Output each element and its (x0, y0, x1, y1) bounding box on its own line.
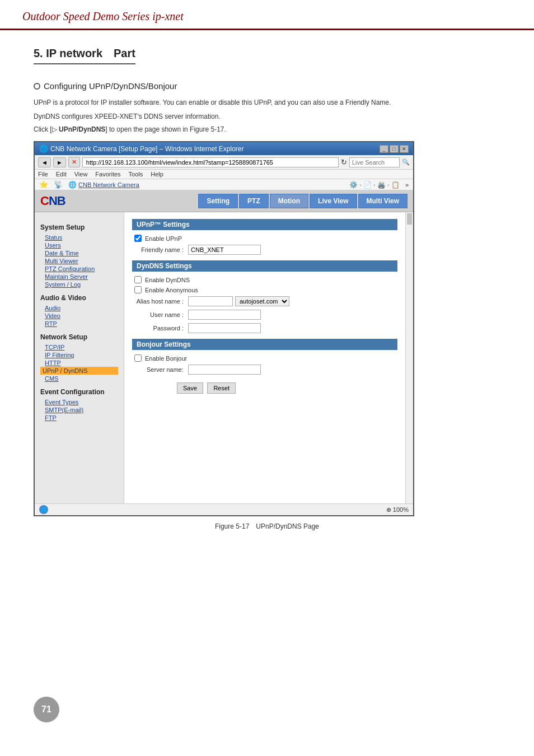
enable-anon-checkbox[interactable] (134, 286, 142, 293)
search-input[interactable] (349, 157, 400, 167)
alias-row: Alias host name : autojoset.com (132, 296, 397, 306)
minimize-button[interactable]: _ (380, 145, 388, 153)
circle-icon (34, 83, 40, 90)
header-title: Outdoor Speed Demo Series ip-xnet (22, 10, 184, 22)
enable-dyndns-row: Enable DynDNS (132, 276, 397, 283)
enable-anon-label: Enable Anonymous (145, 287, 198, 293)
sidebar-item-eventtypes[interactable]: Event Types (40, 398, 118, 406)
camera-body: System Setup Status Users Date & Time Mu… (35, 212, 413, 503)
friendly-name-input[interactable] (188, 245, 261, 255)
refresh-icon: ↻ (341, 158, 347, 166)
menu-view[interactable]: View (74, 171, 88, 178)
username-input[interactable] (188, 310, 261, 320)
reset-button[interactable]: Reset (207, 382, 236, 394)
titlebar-controls[interactable]: _ □ ✕ (380, 145, 409, 153)
browser-menu: File Edit View Favorites Tools Help (35, 170, 413, 179)
toolbar-icons: ⚙️ · 📄 · 🖨️ · 📋 (349, 181, 400, 189)
menu-favorites[interactable]: Favorites (95, 171, 120, 178)
enable-bonjour-label: Enable Bonjour (145, 355, 187, 362)
enable-dyndns-checkbox[interactable] (134, 276, 142, 283)
click-instruction: Click [▷ UPnP/DynDNS] to open the page s… (34, 125, 500, 133)
menu-edit[interactable]: Edit (56, 171, 67, 178)
camera-nav-tabs: Setting PTZ Motion Live View Multi View (198, 194, 407, 208)
friendly-name-row: Friendly name : (132, 245, 397, 255)
star-icon: ⭐ (39, 180, 48, 189)
sidebar-item-video[interactable]: Video (40, 312, 118, 320)
sidebar-section-system: System Setup (40, 223, 118, 231)
friendly-name-label: Friendly name : (132, 246, 188, 253)
alias-input[interactable] (188, 296, 233, 306)
address-bar[interactable] (82, 157, 339, 167)
section-title: 5. IP network Part (34, 46, 135, 64)
sidebar-item-upnp[interactable]: UPnP / DynDNS (40, 367, 118, 375)
browser-window: 🌐 CNB Network Camera [Setup Page] – Wind… (34, 141, 414, 516)
enable-dyndns-label: Enable DynDNS (145, 277, 190, 283)
search-icon: 🔍 (402, 158, 410, 166)
upnp-section-bar: UPnP™ Settings (132, 219, 397, 230)
password-label: Password : (132, 325, 188, 332)
server-name-input[interactable] (188, 365, 261, 375)
sidebar-item-audio[interactable]: Audio (40, 304, 118, 312)
restore-button[interactable]: □ (390, 145, 399, 153)
browser-titlebar: 🌐 CNB Network Camera [Setup Page] – Wind… (35, 142, 413, 155)
main-panel: UPnP™ Settings Enable UPnP Friendly name… (124, 212, 405, 503)
menu-help[interactable]: Help (151, 171, 163, 178)
sidebar-item-multiviewer[interactable]: Multi Viewer (40, 257, 118, 265)
tab-motion[interactable]: Motion (270, 194, 308, 208)
tab-ptz[interactable]: PTZ (239, 194, 269, 208)
password-row: Password : (132, 323, 397, 333)
button-row: Save Reset (132, 382, 397, 394)
sidebar-item-rtp[interactable]: RTP (40, 320, 118, 328)
save-button[interactable]: Save (177, 382, 203, 394)
expand-icon[interactable]: » (405, 181, 409, 188)
browser-title: CNB Network Camera [Setup Page] – Window… (50, 145, 243, 153)
sidebar-item-tcpip[interactable]: TCP/IP (40, 343, 118, 351)
favorites-bar: ⭐ 📡 🌐 CNB Network Camera ⚙️ · 📄 · 🖨️ · 📋… (35, 179, 413, 190)
server-name-label: Server name: (132, 366, 188, 373)
sidebar-section-event: Event Configuration (40, 388, 118, 396)
page-header: Outdoor Speed Demo Series ip-xnet (0, 0, 534, 30)
sidebar-section-av: Audio & Video (40, 294, 118, 302)
sidebar-item-ipfiltering[interactable]: IP Filtering (40, 351, 118, 359)
browser-statusbar: 🌐 ⊕ 100% (35, 503, 413, 515)
sidebar-item-datetime[interactable]: Date & Time (40, 249, 118, 257)
forward-button[interactable]: ► (53, 157, 66, 167)
enable-bonjour-checkbox[interactable] (134, 354, 142, 362)
menu-tools[interactable]: Tools (129, 171, 143, 178)
stop-button[interactable]: ✕ (68, 157, 80, 167)
enable-upnp-row: Enable UPnP (132, 235, 397, 242)
password-input[interactable] (188, 323, 261, 333)
zoom-level: ⊕ 100% (386, 506, 409, 514)
sidebar-item-cms[interactable]: CMS (40, 375, 118, 382)
globe-icon: 🌐 (39, 505, 48, 514)
desc-dyndns: DynDNS configures XPEED-XNET's DDNS serv… (34, 111, 500, 122)
alias-label: Alias host name : (132, 298, 188, 305)
sidebar-item-http[interactable]: HTTP (40, 359, 118, 367)
titlebar-left: 🌐 CNB Network Camera [Setup Page] – Wind… (39, 144, 243, 153)
sidebar-item-status[interactable]: Status (40, 234, 118, 241)
scroll-thumb[interactable] (407, 213, 412, 225)
menu-file[interactable]: File (38, 171, 48, 178)
camera-topbar: CNB Setting PTZ Motion Live View Multi V… (35, 190, 413, 212)
close-button[interactable]: ✕ (400, 145, 409, 153)
subsection-title: Configuring UPnP/DynDNS/Bonjour (34, 81, 500, 91)
enable-bonjour-row: Enable Bonjour (132, 354, 397, 362)
page-number: 71 (34, 697, 59, 722)
main-content: 5. IP network Part Configuring UPnP/DynD… (0, 35, 534, 554)
tab-setting[interactable]: Setting (198, 194, 238, 208)
sidebar-item-users[interactable]: Users (40, 241, 118, 249)
tab-liveview[interactable]: Live View (310, 194, 357, 208)
status-globe: 🌐 (39, 505, 48, 514)
sidebar-item-ftp[interactable]: FTP (40, 414, 118, 422)
scrollbar[interactable] (405, 212, 413, 503)
sidebar-item-syslog[interactable]: System / Log (40, 281, 118, 288)
alias-domain-select[interactable]: autojoset.com (235, 296, 289, 306)
sidebar-item-ptz-config[interactable]: PTZ Configuration (40, 265, 118, 273)
sidebar-item-maintain[interactable]: Maintain Server (40, 273, 118, 281)
tab-multiview[interactable]: Multi View (358, 194, 407, 208)
sidebar: System Setup Status Users Date & Time Mu… (35, 212, 124, 503)
camera-logo: CNB (40, 194, 65, 208)
back-button[interactable]: ◄ (38, 157, 51, 167)
sidebar-item-smtp[interactable]: SMTP(E-mail) (40, 406, 118, 414)
enable-upnp-checkbox[interactable] (134, 235, 142, 242)
